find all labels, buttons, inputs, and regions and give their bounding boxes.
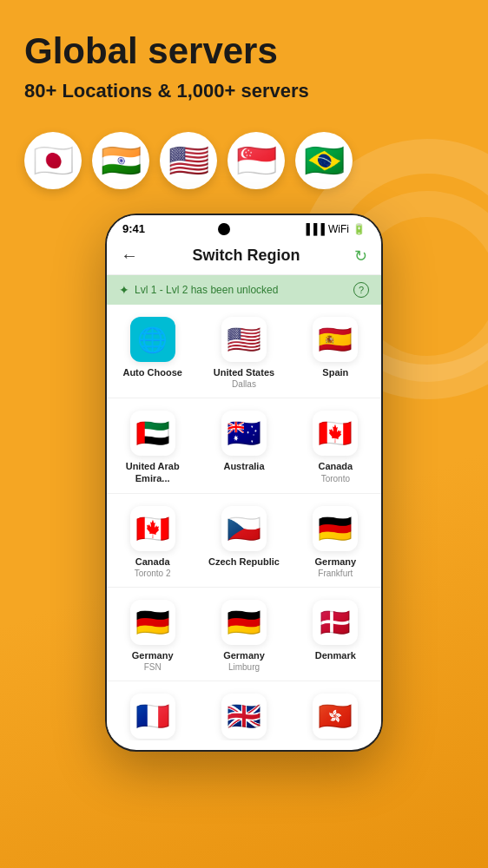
header-section: Global servers 80+ Locations & 1,000+ se… bbox=[0, 0, 488, 116]
server-name-canada-t: Canada bbox=[318, 461, 353, 472]
server-united-states[interactable]: 🇺🇸 United States Dallas bbox=[198, 305, 289, 398]
server-auto-choose[interactable]: 🌐 Auto Choose bbox=[107, 305, 198, 398]
flag-japan[interactable]: 🇯🇵 bbox=[24, 132, 82, 189]
unlock-text: ✦ Lvl 1 - Lvl 2 has been unlocked bbox=[119, 283, 278, 297]
flag-hongkong: 🇭🇰 bbox=[313, 694, 358, 739]
server-name-ger-f: Germany bbox=[314, 556, 356, 568]
server-spain[interactable]: 🇪🇸 Spain bbox=[290, 305, 381, 398]
server-name-us: United States bbox=[214, 367, 274, 378]
unlock-banner: ✦ Lvl 1 - Lvl 2 has been unlocked ? bbox=[107, 275, 381, 305]
flag-france: 🇫🇷 bbox=[130, 694, 175, 739]
page-subtitle: 80+ Locations & 1,000+ servers bbox=[24, 80, 464, 102]
server-sub-us: Dallas bbox=[232, 379, 256, 389]
unlock-message: Lvl 1 - Lvl 2 has been unlocked bbox=[135, 284, 278, 296]
server-sub-canada-t2: Toronto 2 bbox=[135, 569, 171, 578]
server-name-denmark: Denmark bbox=[315, 650, 356, 661]
server-canada-toronto2[interactable]: 🇨🇦 Canada Toronto 2 bbox=[107, 494, 198, 588]
flag-india[interactable]: 🇮🇳 bbox=[92, 132, 149, 189]
flag-germany-fsn: 🇩🇪 bbox=[130, 600, 175, 645]
server-name-ger-fsn: Germany bbox=[132, 650, 174, 661]
flag-canada-toronto: 🇨🇦 bbox=[313, 411, 358, 456]
nav-title: Switch Region bbox=[192, 247, 300, 265]
phone-frame: 9:41 ▐▐▐ WiFi 🔋 ← Switch Region ↻ ✦ Lvl … bbox=[105, 214, 383, 752]
flag-uk: 🇬🇧 bbox=[221, 694, 267, 739]
flag-uae: 🇦🇪 bbox=[130, 411, 175, 456]
signal-icon: ▐▐▐ bbox=[302, 223, 325, 235]
server-name-canada-t2: Canada bbox=[135, 556, 170, 568]
server-sub-ger-l: Limburg bbox=[228, 662, 260, 672]
server-denmark[interactable]: 🇩🇰 Denmark bbox=[290, 588, 381, 681]
flag-australia: 🇦🇺 bbox=[221, 411, 267, 456]
server-name-ger-l: Germany bbox=[223, 650, 265, 661]
server-uae[interactable]: 🇦🇪 United Arab Emira... bbox=[107, 398, 198, 493]
server-germany-limburg[interactable]: 🇩🇪 Germany Limburg bbox=[198, 588, 289, 681]
status-icons: ▐▐▐ WiFi 🔋 bbox=[302, 223, 366, 235]
server-germany-fsn[interactable]: 🇩🇪 Germany FSN bbox=[107, 588, 198, 681]
flag-czech: 🇨🇿 bbox=[221, 506, 267, 551]
server-france[interactable]: 🇫🇷 France Strasbourg bbox=[107, 681, 198, 740]
server-czech[interactable]: 🇨🇿 Czech Republic bbox=[198, 494, 289, 588]
server-canada-toronto[interactable]: 🇨🇦 Canada Toronto bbox=[290, 398, 381, 493]
unlock-star-icon: ✦ bbox=[119, 283, 129, 297]
flag-germany-frankfurt: 🇩🇪 bbox=[313, 506, 358, 551]
server-grid: 🌐 Auto Choose 🇺🇸 United States Dallas 🇪🇸… bbox=[107, 305, 381, 740]
flag-denmark: 🇩🇰 bbox=[313, 600, 358, 645]
server-uk[interactable]: 🇬🇧 United Kingdom London bbox=[198, 681, 289, 740]
server-germany-frankfurt[interactable]: 🇩🇪 Germany Frankfurt bbox=[290, 494, 381, 588]
server-name-auto: Auto Choose bbox=[122, 367, 181, 378]
server-sub-canada-t: Toronto bbox=[321, 474, 350, 483]
server-hongkong[interactable]: 🇭🇰 Hong Kong bbox=[290, 681, 381, 740]
help-button[interactable]: ? bbox=[353, 282, 369, 298]
status-bar: 9:41 ▐▐▐ WiFi 🔋 bbox=[107, 215, 381, 239]
back-button[interactable]: ← bbox=[121, 246, 138, 266]
server-name-spain: Spain bbox=[322, 367, 348, 378]
server-name-czech: Czech Republic bbox=[208, 556, 280, 568]
battery-icon: 🔋 bbox=[353, 223, 366, 235]
flag-spain: 🇪🇸 bbox=[313, 317, 358, 362]
server-name-australia: Australia bbox=[223, 461, 264, 472]
page-title: Global servers bbox=[24, 31, 464, 71]
camera-notch bbox=[218, 223, 230, 235]
refresh-button[interactable]: ↻ bbox=[354, 247, 367, 266]
flag-us: 🇺🇸 bbox=[221, 317, 267, 362]
flag-canada-toronto2: 🇨🇦 bbox=[130, 506, 175, 551]
auto-choose-flag: 🌐 bbox=[130, 317, 175, 362]
flag-usa[interactable]: 🇺🇸 bbox=[160, 132, 217, 189]
wifi-icon: WiFi bbox=[328, 223, 349, 235]
server-sub-ger-f: Frankfurt bbox=[318, 569, 353, 578]
flag-singapore[interactable]: 🇸🇬 bbox=[228, 132, 285, 189]
nav-bar: ← Switch Region ↻ bbox=[107, 239, 381, 275]
status-time: 9:41 bbox=[122, 222, 145, 235]
flag-germany-limburg: 🇩🇪 bbox=[221, 600, 267, 645]
server-australia[interactable]: 🇦🇺 Australia bbox=[198, 398, 289, 493]
server-name-uae: United Arab Emira... bbox=[112, 461, 193, 483]
server-sub-ger-fsn: FSN bbox=[144, 662, 162, 672]
